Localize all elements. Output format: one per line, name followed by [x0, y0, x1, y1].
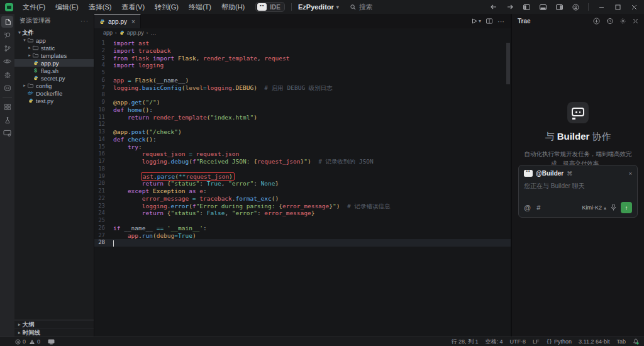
project-selector[interactable]: EzPyeditor ▾: [298, 3, 339, 11]
tree-item-dockerfile[interactable]: Dockerfile: [14, 89, 94, 97]
code-line-14[interactable]: 14def check():: [94, 136, 511, 143]
code-line-8[interactable]: 8: [94, 91, 511, 99]
menu-item[interactable]: 选择(S): [84, 1, 116, 13]
breadcrumb-file[interactable]: app.py: [127, 30, 144, 36]
nav-forward-button[interactable]: [504, 1, 516, 13]
code-line-20[interactable]: 20 return {"status": True, "error": None…: [94, 180, 511, 187]
menu-item[interactable]: 帮助(H): [217, 1, 249, 13]
toggle-sidebar-button[interactable]: [520, 1, 533, 13]
code-line-18[interactable]: 18: [94, 165, 511, 173]
global-search[interactable]: 搜索: [350, 3, 373, 12]
breadcrumb-folder[interactable]: app: [103, 30, 113, 36]
remote-window-icon[interactable]: [48, 339, 55, 345]
test-flask-icon[interactable]: [1, 114, 13, 126]
run-dropdown-icon[interactable]: ▾: [479, 18, 481, 24]
devices-icon[interactable]: [1, 127, 13, 139]
code-line-26[interactable]: 26if __name__ == '__main__':: [94, 225, 511, 232]
editor-scrollbar[interactable]: [506, 43, 510, 84]
close-chat-context-icon[interactable]: ×: [629, 170, 632, 177]
menu-item[interactable]: 查看(V): [117, 1, 149, 13]
tree-item-flag-sh[interactable]: $flag.sh: [14, 67, 94, 74]
tree-item-secret-py[interactable]: secret.py: [14, 74, 94, 82]
code-line-12[interactable]: 12: [94, 121, 511, 128]
split-editor-icon[interactable]: [486, 18, 492, 25]
tree-item-static[interactable]: ▸static: [14, 44, 94, 52]
code-line-13[interactable]: 13@app.post("/check"): [94, 128, 511, 136]
settings-gear-icon[interactable]: [619, 18, 626, 25]
menu-item[interactable]: 文件(F): [18, 1, 50, 13]
close-tab-icon[interactable]: ×: [131, 18, 135, 25]
chat-placeholder[interactable]: 您正在与 Builder 聊天: [524, 182, 632, 202]
code-line-17[interactable]: 17 logging.debug(f"Received JSON: {reque…: [94, 158, 511, 165]
menu-item[interactable]: 终端(T): [184, 1, 216, 13]
code-line-21[interactable]: 21 except Exception as e:: [94, 187, 511, 195]
preview-eye-icon[interactable]: [1, 55, 13, 67]
tree-item-config[interactable]: ▸config: [14, 82, 94, 89]
breadcrumb[interactable]: app › app.py › …: [94, 28, 511, 37]
context-hash-icon[interactable]: #: [536, 204, 540, 211]
indent-mode[interactable]: Tab: [616, 338, 626, 345]
new-chat-icon[interactable]: [593, 18, 600, 25]
tree-item-app-py[interactable]: app.py: [14, 59, 94, 67]
code-line-16[interactable]: 16 request_json = request.json: [94, 150, 511, 158]
code-line-25[interactable]: 25: [94, 217, 511, 225]
code-line-19[interactable]: 19 ast.parse(**request_json): [94, 173, 511, 181]
tree-section--[interactable]: ▾文件: [14, 29, 94, 36]
eol-mode[interactable]: LF: [533, 338, 540, 345]
notifications-icon[interactable]: [633, 338, 639, 345]
nav-back-button[interactable]: [487, 1, 500, 13]
code-line-27[interactable]: 27 app.run(debug=True): [94, 232, 511, 240]
code-line-5[interactable]: 5: [94, 69, 511, 77]
restore-button[interactable]: [611, 1, 624, 13]
run-python-button[interactable]: ▾: [472, 18, 481, 24]
problems-indicator[interactable]: 0 0: [15, 338, 40, 345]
tree-item-templates[interactable]: ▸templates: [14, 52, 94, 59]
more-actions-icon[interactable]: ···: [80, 18, 89, 25]
code-line-1[interactable]: 1import ast: [94, 40, 511, 47]
debug-icon[interactable]: [1, 69, 13, 81]
code-editor[interactable]: 1import ast2import traceback3from flask …: [94, 37, 511, 337]
model-selector[interactable]: Kimi-K2▴: [582, 204, 606, 211]
tree-item-app[interactable]: ▾app: [14, 36, 94, 44]
code-line-28[interactable]: 28: [94, 239, 511, 247]
more-actions-icon[interactable]: ···: [497, 18, 504, 25]
voice-input-icon[interactable]: [611, 204, 616, 212]
outline-section[interactable]: ▸ 大纲: [14, 320, 94, 328]
breadcrumb-symbol[interactable]: …: [150, 30, 156, 36]
code-line-3[interactable]: 3from flask import Flask, render_templat…: [94, 55, 511, 62]
code-line-2[interactable]: 2import traceback: [94, 47, 511, 55]
code-line-10[interactable]: 10def home():: [94, 106, 511, 114]
send-button[interactable]: ↑: [621, 202, 632, 213]
plugin-icon[interactable]: [1, 82, 13, 94]
history-icon[interactable]: [606, 18, 613, 25]
menu-item[interactable]: 编辑(E): [51, 1, 83, 13]
python-interpreter[interactable]: 3.11.2 64-bit: [579, 338, 609, 345]
explorer-icon[interactable]: [1, 16, 13, 28]
toggle-right-panel-button[interactable]: [553, 1, 565, 13]
code-line-7[interactable]: 7logging.basicConfig(level=logging.DEBUG…: [94, 84, 511, 92]
encoding[interactable]: UTF-8: [509, 338, 526, 345]
code-line-4[interactable]: 4import logging: [94, 62, 511, 69]
mention-icon[interactable]: @: [524, 204, 531, 211]
code-line-11[interactable]: 11 return render_template("index.html"): [94, 114, 511, 121]
chat-input-box[interactable]: @Builder ⌘ × 您正在与 Builder 聊天 @ # Kimi-K2…: [518, 165, 638, 218]
timeline-section[interactable]: ▸ 时间线: [14, 328, 94, 337]
code-line-6[interactable]: 6app = Flask(__name__): [94, 77, 511, 84]
apps-grid-icon[interactable]: [1, 101, 13, 113]
tab-app-py[interactable]: app.py ×: [94, 14, 141, 28]
minimize-button[interactable]: [595, 1, 608, 13]
code-line-9[interactable]: 9@app.get("/"): [94, 99, 511, 106]
source-control-icon[interactable]: [1, 42, 13, 54]
code-line-23[interactable]: 23 logging.error(f"Error during parsing:…: [94, 203, 511, 210]
code-line-15[interactable]: 15 try:: [94, 143, 511, 151]
code-line-22[interactable]: 22 error_message = traceback.format_exc(…: [94, 195, 511, 203]
ide-mode-badge[interactable]: IDE: [255, 2, 285, 12]
close-panel-icon[interactable]: [633, 18, 638, 24]
tree-item-test-py[interactable]: test.py: [14, 97, 94, 104]
language-mode[interactable]: {}Python: [546, 338, 572, 345]
close-window-button[interactable]: [628, 1, 640, 13]
account-icon[interactable]: [569, 1, 582, 13]
menu-item[interactable]: 转到(G): [150, 1, 183, 13]
indent-spaces[interactable]: 空格: 4: [485, 338, 502, 346]
cursor-position[interactable]: 行 28, 列 1: [451, 338, 478, 346]
